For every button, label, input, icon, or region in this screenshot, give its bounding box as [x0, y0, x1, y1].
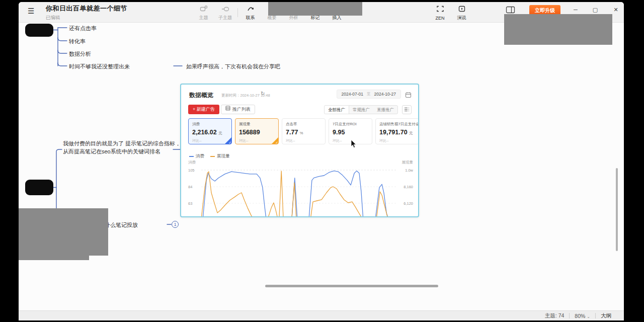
app-window: ☰ 你和日出百单就差一个细节 已编辑 主题 子主题 联系 概要 [19, 2, 624, 320]
tab-regular-promo: 常规推广 [349, 106, 373, 114]
mindmap-child-label[interactable]: 数据分析 [69, 50, 91, 58]
relation-button[interactable]: 联系 [239, 4, 261, 21]
list-icon [225, 105, 230, 114]
topic-button[interactable]: 主题 [193, 4, 214, 21]
document-status: 已编辑 [46, 15, 127, 21]
redaction-overlay [19, 208, 108, 256]
topic-count: 主题: 74 [545, 312, 565, 319]
mouse-cursor [351, 139, 357, 148]
mindmap-covered-child[interactable]: 什么笔记投放 [105, 221, 138, 229]
tab-all-promo: 全部推广 [325, 106, 349, 114]
relationship-comment[interactable]: 如果呼声很高，下次有机会我在分享吧 [186, 63, 280, 70]
maximize-button[interactable]: ▢ [590, 5, 601, 15]
vertical-scrollbar[interactable] [616, 168, 618, 251]
mindmap-paid-note[interactable]: 我做付费的目的就是为了 提示笔记的综合指标， 从而提高笔记在seo系统中的关键词… [63, 139, 181, 155]
trend-chart: 消费 展现量 消费 展现量 105 84 63 1.0w 8,160 6,120 [181, 149, 418, 217]
redacted-topic-node[interactable] [25, 24, 53, 37]
outline-button[interactable]: 大纲 [601, 312, 611, 319]
legend-dash-icon [189, 156, 194, 157]
selected-check-icon: ✓ [224, 137, 232, 144]
zen-button[interactable]: ZEN [429, 4, 451, 21]
chart-plot [181, 163, 418, 217]
legend-impressions: 展现量 [210, 153, 230, 159]
title-block: 你和日出百单就差一个细节 已编辑 [46, 4, 127, 21]
stat-card-spend: 消费 2,216.02 元 环比-- ✓ [188, 118, 232, 144]
date-range-picker: 2024-07-01 至 2024-10-27 [337, 90, 401, 99]
promo-tabs: 全部推广 常规推广 直播推广 [324, 105, 398, 114]
document-title: 你和日出百单就差一个细节 [46, 4, 127, 13]
stat-card-impressions: 展现量 156889 环比-- ✓ [235, 118, 279, 144]
zoom-control[interactable]: 80% ⌄ [575, 313, 590, 319]
selected-check-icon: ✓ [271, 137, 279, 144]
redaction-overlay [268, 2, 362, 16]
caret-down-icon: ⌄ [587, 314, 590, 319]
horizontal-scrollbar[interactable] [265, 285, 438, 287]
metric-list-button [402, 105, 412, 114]
tab-live-promo: 直播推广 [373, 106, 397, 114]
refresh-icon: ↻ [261, 91, 265, 96]
relation-icon [247, 5, 255, 15]
present-button[interactable]: 演说 [451, 4, 472, 21]
statusbar-separator [595, 313, 596, 318]
date-to: 2024-10-27 [374, 92, 396, 97]
legend-dash-icon [210, 156, 215, 157]
legend-spend: 消费 [189, 153, 204, 159]
filter-list-icon [404, 105, 410, 114]
toolbar-separator [237, 8, 238, 17]
statusbar-separator [569, 313, 570, 318]
menu-icon[interactable]: ☰ [28, 7, 34, 16]
redacted-topic-node[interactable] [25, 180, 53, 195]
new-ad-button: + 新建广告 [188, 105, 219, 114]
stat-card-ctr: 点击率 7.77 % 环比-- [282, 118, 326, 144]
subtopic-icon [221, 5, 229, 15]
dashboard-image-node[interactable]: 数据概览 更新时间：2024-10-27 10:48 ↻ 2024-07-01 … [180, 84, 419, 217]
stat-card-gmv: 店铺销售额7日总支付金额 19,791.70 元 环比-- [375, 118, 419, 144]
promo-list-button: 推广列表 [221, 105, 255, 114]
zen-icon [436, 5, 444, 15]
date-from: 2024-07-01 [342, 92, 363, 97]
redaction-overlay [504, 14, 612, 45]
mindmap-child-label[interactable]: 转化率 [69, 38, 86, 45]
date-separator: 至 [367, 92, 371, 97]
close-button[interactable]: ✕ [610, 5, 621, 15]
topic-icon [200, 5, 208, 15]
toolbar-right: ZEN 演说 [429, 4, 472, 21]
count-badge[interactable]: 1 [172, 221, 179, 228]
stat-cards: 消费 2,216.02 元 环比-- ✓ 展现量 156889 环比-- ✓ 点… [188, 118, 419, 144]
mindmap-child-label[interactable]: 时间不够我还没整理出来 [69, 63, 130, 70]
minimize-button[interactable]: ─ [570, 5, 581, 15]
mindmap-canvas[interactable]: 还有点击率 转化率 数据分析 时间不够我还没整理出来 如果呼声很高，下次有机会我… [19, 23, 624, 310]
calendar-icon [405, 91, 412, 100]
redaction-overlay [19, 256, 89, 260]
chart-legend: 消费 展现量 [189, 153, 230, 159]
subtopic-button[interactable]: 子主题 [214, 4, 236, 21]
mindmap-child-label[interactable]: 还有点击率 [69, 25, 97, 32]
present-icon [458, 5, 466, 15]
dashboard-title: 数据概览 [189, 91, 213, 100]
status-bar: 主题: 74 80% ⌄ 大纲 [19, 310, 624, 320]
